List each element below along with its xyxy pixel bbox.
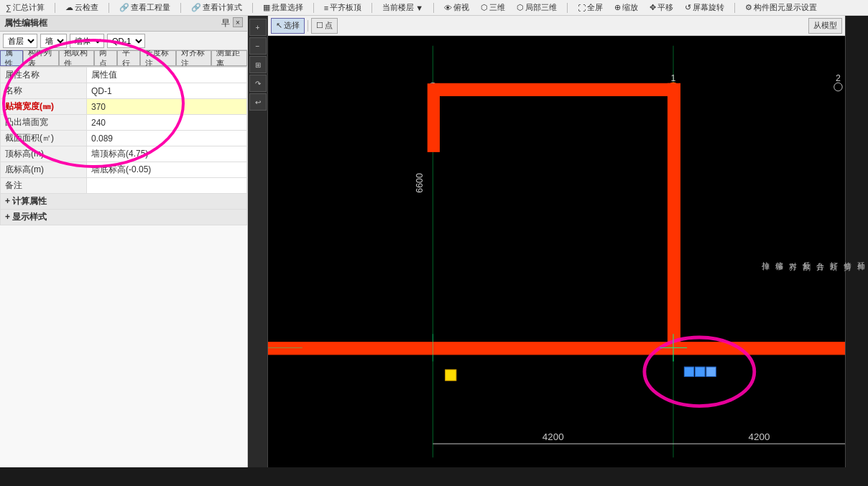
rtool-anti-split[interactable]: 反分割 — [800, 252, 813, 260]
toolbar-cloud[interactable]: ☁ 云检查 — [63, 1, 101, 14]
eye-icon: 👁 — [444, 4, 452, 12]
property-panel: 属性编辑框 早 × 首层 墙 墙体 QD-1 属性 — [0, 16, 248, 467]
cloud-icon: ☁ — [65, 3, 73, 12]
toolbar-view-qty[interactable]: 🔗 查看工程量 — [116, 1, 173, 14]
wall-type-select[interactable]: 墙 — [40, 34, 67, 48]
wall-subtype-select[interactable]: 墙体 — [70, 34, 104, 48]
rtool-offset[interactable]: 偏移 — [772, 253, 786, 260]
toolbar-rotate[interactable]: ↺ 屏幕旋转 — [682, 1, 727, 14]
calc-icon: 🔗 — [191, 3, 201, 12]
rtool-merge[interactable]: 合并 — [813, 253, 827, 260]
toolbar-calc[interactable]: 🔗 查看计算式 — [188, 1, 245, 14]
fit-button[interactable]: ⊞ — [249, 56, 267, 73]
floor-selector: 首层 墙 墙体 QD-1 — [0, 32, 247, 50]
rtool-break[interactable]: 打断 — [827, 253, 841, 260]
prop-group-row: + 显示样式 — [1, 210, 247, 225]
batch-icon: ▦ — [263, 3, 270, 12]
point-tool-button[interactable]: ☐ 点 — [311, 18, 338, 34]
tab-property[interactable]: 属性 — [0, 50, 23, 66]
sum-icon: ∑ — [6, 4, 11, 12]
table-row: 截面面积(㎡) 0.089 — [1, 131, 247, 146]
tab-component-list[interactable]: 构件列表 — [23, 50, 59, 66]
table-row: 备注 — [1, 178, 247, 194]
toolbar-batch[interactable]: ▦ 批量选择 — [260, 1, 306, 14]
toolbar-fullscreen[interactable]: ⛶ 全屏 — [575, 1, 606, 14]
table-row: 名称 QD-1 — [1, 83, 247, 99]
toolbar-sum[interactable]: ∑ 汇总计算 — [3, 1, 47, 14]
3d-icon: ⬡ — [481, 3, 488, 12]
cad-svg: 4200 4200 6600 1 2 A — [268, 36, 845, 467]
pin-label: 早 — [221, 17, 230, 29]
dim-4200-left: 4200 — [542, 431, 564, 442]
prop-value-protrude[interactable]: 240 — [87, 115, 247, 131]
rotate-cw-button[interactable]: ↷ — [249, 75, 267, 92]
floor-select[interactable]: 首层 — [3, 34, 37, 48]
sep8 — [567, 3, 568, 13]
tab-align-dim[interactable]: 对齐标注 — [176, 50, 212, 66]
sep7 — [433, 3, 434, 13]
prop-value-width[interactable]: 370 — [87, 99, 247, 115]
toolbar-local-3d[interactable]: ⬡ 局部三维 — [514, 1, 560, 14]
prop-value-bot-elev[interactable]: 墙底标高(-0.05) — [87, 162, 247, 178]
tab-measure[interactable]: 测量距离 — [211, 50, 247, 66]
component-select[interactable]: QD-1 — [107, 34, 145, 48]
toolbar-display-settings[interactable]: ⚙ 构件图元显示设置 — [742, 1, 820, 14]
svg-rect-10 — [668, 83, 680, 351]
prop-name-protrude: 凸出墙面宽 — [1, 115, 87, 131]
pan-icon: ✥ — [650, 3, 656, 12]
toolbar-align-top[interactable]: ≡ 平齐板顶 — [321, 1, 364, 14]
svg-rect-12 — [428, 83, 440, 152]
sep6 — [371, 3, 372, 13]
toolbar-pan[interactable]: ✥ 平移 — [647, 1, 676, 14]
sep5 — [313, 3, 314, 13]
prop-value-top-elev[interactable]: 墙顶标高(4.75) — [87, 146, 247, 162]
close-button[interactable]: × — [233, 17, 243, 27]
grid-num-1: 1 — [671, 73, 676, 83]
dropdown-icon: ▼ — [415, 4, 423, 12]
view-qty-icon: 🔗 — [119, 3, 129, 12]
tab-two-points[interactable]: 两点 — [94, 50, 117, 66]
undo-button[interactable]: ↩ — [249, 93, 267, 111]
table-row: 凸出墙面宽 240 — [1, 115, 247, 131]
right-tools: 延伸 修剪 打断 合并 反分割 对齐 偏移 拉伸 — [845, 16, 868, 467]
settings-icon: ⚙ — [745, 3, 752, 12]
cad-content: 4200 4200 6600 1 2 A — [268, 36, 845, 467]
toolbar-view[interactable]: 👁 俯视 — [441, 1, 472, 14]
rotate-icon: ↺ — [685, 3, 691, 12]
sep2 — [108, 3, 109, 13]
group-display-style[interactable]: + 显示样式 — [1, 210, 247, 225]
zoom-out-button[interactable]: − — [249, 37, 267, 55]
prop-value-note[interactable] — [87, 178, 247, 194]
rtool-trim[interactable]: 修剪 — [841, 253, 854, 260]
left-tools: + − ⊞ ↷ ↩ — [248, 16, 268, 467]
prop-name-note: 备注 — [1, 178, 87, 194]
toolbar-current-floor[interactable]: 当前楼层 ▼ — [379, 1, 426, 14]
property-table: 属性名称 属性值 名称 QD-1 贴墙宽度(㎜) 370 凸出墙面宽 — [0, 67, 247, 225]
sep9 — [734, 3, 735, 13]
rtool-extend[interactable]: 延伸 — [854, 253, 868, 260]
rtool-stretch[interactable]: 拉伸 — [759, 253, 772, 260]
table-row: 顶标高(m) 墙顶标高(4.75) — [1, 146, 247, 162]
select-tool-button[interactable]: ↖ 选择 — [271, 18, 305, 34]
prop-value-area[interactable]: 0.089 — [87, 131, 247, 146]
svg-point-8 — [834, 83, 842, 90]
top-toolbar: ∑ 汇总计算 ☁ 云检查 🔗 查看工程量 🔗 查看计算式 ▦ 批量选择 ≡ 平齐… — [0, 0, 868, 16]
toolbar-zoom[interactable]: ⊕ 缩放 — [611, 1, 641, 14]
tab-pick[interactable]: 抱取构件 — [59, 50, 95, 66]
from-model-button[interactable]: 从模型 — [808, 18, 842, 34]
dim-4200-right: 4200 — [749, 431, 770, 442]
prop-name-top-elev: 顶标高(m) — [1, 146, 87, 162]
toolbar-3d[interactable]: ⬡ 三维 — [478, 1, 508, 14]
prop-name-width: 贴墙宽度(㎜) — [1, 99, 87, 115]
rtool-align[interactable]: 对齐 — [786, 253, 800, 260]
dim-6600: 6600 — [415, 173, 425, 193]
zoom-in-button[interactable]: + — [249, 19, 267, 36]
tab-length-dim[interactable]: 长度标注 — [140, 50, 176, 66]
canvas-area: ↖ 选择 ☐ 点 从模型 + − ⊞ ↷ ↩ — [248, 16, 868, 467]
tab-parallel[interactable]: 平行 — [117, 50, 140, 66]
prop-value-name[interactable]: QD-1 — [87, 83, 247, 99]
group-calc-attr[interactable]: + 计算属性 — [1, 194, 247, 210]
table-row: 贴墙宽度(㎜) 370 — [1, 99, 247, 115]
panel-controls: 早 × — [221, 17, 243, 29]
prop-name-area: 截面面积(㎡) — [1, 131, 87, 146]
